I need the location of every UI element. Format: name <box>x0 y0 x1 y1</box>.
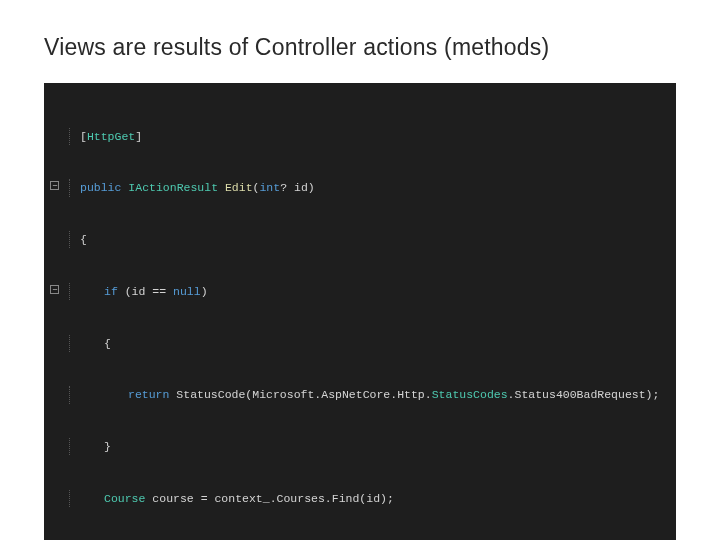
gutter <box>48 231 70 248</box>
code-block: [HttpGet] public IActionResult Edit(int?… <box>44 83 676 540</box>
gutter <box>48 490 70 507</box>
code-line: } <box>48 438 672 455</box>
code-text: [HttpGet] <box>80 128 672 145</box>
code-line: [HttpGet] <box>48 128 672 145</box>
code-text: if (id == null) <box>80 283 672 300</box>
code-line: return StatusCode(Microsoft.AspNetCore.H… <box>48 386 672 403</box>
code-line: Course course = context_.Courses.Find(id… <box>48 490 672 507</box>
gutter <box>48 128 70 145</box>
code-line: { <box>48 231 672 248</box>
code-line: { <box>48 335 672 352</box>
collapse-icon <box>50 181 59 190</box>
code-text: public IActionResult Edit(int? id) <box>80 179 672 196</box>
slide-title: Views are results of Controller actions … <box>44 34 676 61</box>
gutter <box>48 335 70 352</box>
gutter <box>48 283 70 300</box>
gutter <box>48 438 70 455</box>
code-line: public IActionResult Edit(int? id) <box>48 179 672 196</box>
code-line: if (id == null) <box>48 283 672 300</box>
slide: Views are results of Controller actions … <box>0 0 720 540</box>
code-text: { <box>80 335 672 352</box>
code-text: return StatusCode(Microsoft.AspNetCore.H… <box>80 386 672 403</box>
code-text: Course course = context_.Courses.Find(id… <box>80 490 672 507</box>
code-text: { <box>80 231 672 248</box>
code-text: } <box>80 438 672 455</box>
gutter <box>48 179 70 196</box>
collapse-icon <box>50 285 59 294</box>
gutter <box>48 386 70 403</box>
